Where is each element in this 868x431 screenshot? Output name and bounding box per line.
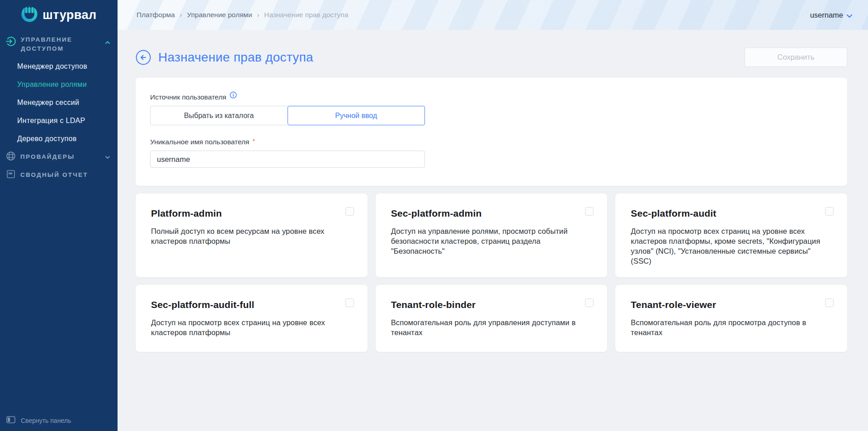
username-label: username <box>810 11 843 19</box>
role-description: Вспомогательная роль для управления дост… <box>391 318 592 338</box>
role-checkbox[interactable] <box>345 207 354 216</box>
title-row: Назначение прав доступа Сохранить <box>136 47 847 67</box>
chevron-down-icon <box>105 153 110 161</box>
required-mark: * <box>253 137 255 145</box>
chevron-up-icon <box>105 38 110 46</box>
source-label-text: Источник пользователя <box>150 93 226 101</box>
logo-icon <box>21 5 38 24</box>
role-title: Sec-platform-admin <box>391 208 592 219</box>
collapse-panel-button[interactable]: Свернуть панель <box>6 416 71 425</box>
user-source-toggle: Выбрать из каталога Ручной ввод <box>150 106 425 125</box>
role-description: Полный доступ ко всем ресурсам на уровне… <box>151 227 352 246</box>
breadcrumb-current: Назначение прав доступа <box>264 11 348 19</box>
username-label-text: Уникальное имя пользователя <box>150 138 250 146</box>
role-title: Sec-platform-audit <box>631 208 832 219</box>
breadcrumb-role-management[interactable]: Управление ролями <box>187 11 252 19</box>
login-arrow-icon <box>5 36 17 49</box>
page-content: Назначение прав доступа Сохранить Источн… <box>118 30 868 431</box>
role-card-platform-admin: Platform-admin Полный доступ ко всем рес… <box>136 194 368 277</box>
role-title: Tenant-role-binder <box>391 299 592 310</box>
roles-grid: Platform-admin Полный доступ ко всем рес… <box>136 194 847 352</box>
collapse-panel-label: Свернуть панель <box>21 417 71 424</box>
breadcrumb-separator: › <box>257 11 259 19</box>
user-menu[interactable]: username <box>810 10 853 20</box>
sidebar-item-ldap-integration[interactable]: Интеграция с LDAP <box>0 112 118 130</box>
role-card-tenant-role-viewer: Tenant-role-viewer Вспомогательная роль … <box>615 285 847 352</box>
role-title: Sec-platform-audit-full <box>151 299 352 310</box>
role-description: Вспомогательная роль для просмотра досту… <box>631 318 832 338</box>
save-button[interactable]: Сохранить <box>745 47 847 67</box>
role-card-tenant-role-binder: Tenant-role-binder Вспомогательная роль … <box>376 285 608 352</box>
sidebar: штурвал УПРАВЛЕНИЕ ДОСТУПОМ Менеджер дос… <box>0 0 118 431</box>
logo-text: штурвал <box>42 8 96 22</box>
role-checkbox[interactable] <box>345 298 354 307</box>
collapse-panel-icon <box>6 416 15 425</box>
sidebar-item-access-tree[interactable]: Дерево доступов <box>0 130 118 148</box>
role-title: Tenant-role-viewer <box>631 299 832 310</box>
role-description: Доступ на просмотр всех страниц на уровн… <box>631 227 832 266</box>
breadcrumb: Платформа › Управление ролями › Назначен… <box>137 11 348 19</box>
role-checkbox[interactable] <box>585 207 594 216</box>
role-title: Platform-admin <box>151 208 352 219</box>
role-card-sec-platform-audit: Sec-platform-audit Доступ на просмотр вс… <box>615 194 847 277</box>
role-description: Доступ на просмотр всех страниц на уровн… <box>151 318 352 338</box>
sidebar-submenu-access: Менеджер доступов Управление ролями Мене… <box>0 57 118 148</box>
info-icon[interactable] <box>230 91 237 100</box>
role-checkbox[interactable] <box>825 298 834 307</box>
sidebar-item-session-manager[interactable]: Менеджер сессий <box>0 94 118 112</box>
sidebar-section-summary-report[interactable]: СВОДНЫЙ ОТЧЕТ <box>0 166 118 184</box>
user-source-card: Источник пользователя Выбрать из каталог… <box>136 78 847 186</box>
username-field-label: Уникальное имя пользователя * <box>150 138 833 146</box>
role-checkbox[interactable] <box>825 207 834 216</box>
role-checkbox[interactable] <box>585 298 594 307</box>
sidebar-section-label: СВОДНЫЙ ОТЧЕТ <box>20 172 110 178</box>
page-title: Назначение прав доступа <box>158 50 313 65</box>
sidebar-item-role-management[interactable]: Управление ролями <box>0 76 118 94</box>
source-field-label: Источник пользователя <box>150 93 833 101</box>
main-area: Платформа › Управление ролями › Назначен… <box>118 0 868 431</box>
breadcrumb-separator: › <box>180 11 182 19</box>
report-window-icon <box>5 169 16 181</box>
app-root: штурвал УПРАВЛЕНИЕ ДОСТУПОМ Менеджер дос… <box>0 0 868 431</box>
sidebar-section-access-control[interactable]: УПРАВЛЕНИЕ ДОСТУПОМ <box>0 30 118 57</box>
source-option-catalog[interactable]: Выбрать из каталога <box>150 106 288 125</box>
role-description: Доступ на управление ролями, просмотр со… <box>391 227 592 256</box>
chevron-down-icon <box>846 11 853 20</box>
username-input[interactable] <box>150 151 425 168</box>
sidebar-section-providers[interactable]: ПРОВАЙДЕРЫ <box>0 148 118 166</box>
logo[interactable]: штурвал <box>0 0 118 30</box>
breadcrumb-platform[interactable]: Платформа <box>137 11 175 19</box>
sidebar-section-label: ПРОВАЙДЕРЫ <box>20 154 101 160</box>
back-button[interactable] <box>136 50 151 65</box>
sidebar-section-label: УПРАВЛЕНИЕ ДОСТУПОМ <box>21 35 101 53</box>
role-card-sec-platform-admin: Sec-platform-admin Доступ на управление … <box>376 194 608 277</box>
globe-icon <box>5 151 16 163</box>
top-header: Платформа › Управление ролями › Назначен… <box>118 0 868 30</box>
source-option-manual[interactable]: Ручной ввод <box>288 106 425 125</box>
sidebar-item-access-manager[interactable]: Менеджер доступов <box>0 57 118 76</box>
role-card-sec-platform-audit-full: Sec-platform-audit-full Доступ на просмо… <box>136 285 368 352</box>
